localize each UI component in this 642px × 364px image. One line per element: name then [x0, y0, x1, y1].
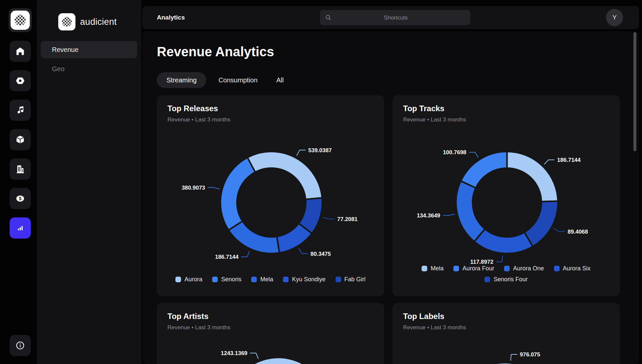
donut-slice[interactable] — [456, 181, 485, 242]
legend-item[interactable]: Aurora One — [504, 265, 544, 272]
legend-label: Aurora — [184, 276, 202, 283]
chart-legend: MelaAurora FourAurora OneAurora SixSenor… — [392, 265, 620, 283]
donut-value-label: 976.075 — [520, 351, 540, 358]
legend-label: Mela — [260, 276, 273, 283]
legend-item[interactable]: Aurora Six — [554, 265, 591, 272]
chart-card-top-labels: Top LabelsRevenue • Last 3 months976.075 — [392, 303, 620, 364]
tab-all[interactable]: All — [276, 76, 284, 84]
donut-slice[interactable] — [248, 152, 322, 199]
legend-item[interactable]: Senoris — [212, 276, 241, 283]
building-icon — [15, 164, 25, 174]
brand: audicient — [58, 13, 117, 30]
legend-item[interactable]: Senoris Four — [484, 276, 527, 283]
search-box — [320, 10, 470, 25]
legend-label: Aurora Six — [563, 265, 591, 272]
legend-item[interactable]: Aurora Four — [453, 265, 494, 272]
tabs: Streaming Consumption All — [157, 72, 284, 88]
audicient-logo-icon — [11, 11, 30, 30]
svg-text:$: $ — [19, 196, 22, 201]
legend-label: Kyu Sondiye — [292, 276, 325, 283]
donut-slice[interactable] — [507, 152, 558, 202]
sidebar-item-revenue[interactable]: Revenue — [41, 41, 137, 58]
donut-chart: 976.075 — [392, 303, 620, 364]
legend-item[interactable]: Mela — [251, 276, 273, 283]
label-callout-line — [496, 255, 503, 262]
donut-value-label: 186.7144 — [215, 254, 239, 260]
label-callout-line — [443, 214, 455, 215]
donut-value-label: 186.7144 — [557, 157, 581, 163]
label-callout-line — [554, 228, 565, 231]
sidebar-item-geo[interactable]: Geo — [52, 64, 65, 73]
legend-item[interactable]: Mela — [422, 265, 443, 272]
legend-item[interactable]: Fab Girl — [336, 276, 366, 283]
brand-name: audicient — [80, 17, 117, 27]
sidebar-item-label: Geo — [52, 65, 65, 73]
legend-item[interactable]: Aurora — [175, 276, 202, 283]
donut-value-label: 539.0387 — [308, 147, 332, 154]
legend-swatch-icon — [283, 277, 289, 282]
donut-slice[interactable] — [227, 357, 329, 364]
info-icon — [15, 341, 25, 350]
app-logo-button[interactable] — [9, 8, 32, 32]
label-callout-line — [241, 251, 250, 257]
legend-label: Senoris Four — [493, 276, 527, 283]
legend-row: Senoris Four — [392, 276, 620, 283]
icon-rail: $ — [0, 0, 37, 364]
legend-item[interactable]: Kyu Sondiye — [283, 276, 325, 283]
rail-home-button[interactable] — [10, 41, 31, 62]
rail-info-button[interactable] — [10, 335, 31, 356]
donut-value-label: 117.8972 — [470, 259, 493, 265]
avatar[interactable]: Y — [606, 9, 623, 26]
rail-music-button[interactable] — [10, 100, 31, 121]
legend-swatch-icon — [336, 277, 341, 282]
dollar-coin-icon: $ — [15, 194, 25, 204]
tab-streaming[interactable]: Streaming — [157, 72, 206, 88]
donut-value-label: 89.4068 — [568, 229, 588, 235]
legend-swatch-icon — [175, 277, 181, 282]
legend-row: MelaAurora FourAurora OneAurora Six — [392, 265, 620, 272]
avatar-initial: Y — [613, 14, 617, 21]
rail-catalog-button[interactable] — [10, 129, 31, 150]
label-callout-line — [544, 160, 554, 164]
donut-value-label: 100.7698 — [443, 149, 466, 156]
rail-modules-button[interactable] — [10, 70, 31, 91]
rail-organization-button[interactable] — [10, 159, 31, 180]
hexagon-nut-icon — [15, 76, 25, 86]
label-callout-line — [208, 188, 220, 189]
label-callout-line — [297, 150, 306, 156]
donut-slice[interactable] — [474, 229, 533, 253]
donut-chart: 539.038777.208180.3475186.7144380.9073 — [157, 95, 384, 296]
label-callout-line — [250, 353, 258, 359]
home-icon — [15, 46, 25, 56]
legend-label: Aurora Four — [462, 265, 494, 272]
chart-legend: AuroraSenorisMelaKyu SondiyeFab Girl — [157, 276, 384, 283]
legend-label: Aurora One — [513, 265, 544, 272]
rail-finance-button[interactable]: $ — [10, 188, 31, 209]
legend-swatch-icon — [212, 277, 218, 282]
donut-value-label: 77.2081 — [337, 216, 357, 222]
page-title: Revenue Analytics — [157, 44, 274, 59]
sidebar-item-label: Revenue — [52, 46, 78, 54]
legend-row: AuroraSenorisMelaKyu SondiyeFab Girl — [157, 276, 384, 283]
label-callout-line — [469, 152, 478, 158]
legend-swatch-icon — [484, 277, 490, 282]
donut-value-label: 380.9073 — [182, 185, 205, 191]
scrollbar-thumb[interactable] — [633, 32, 636, 151]
chart-card-top-releases: Top ReleasesRevenue • Last 3 months539.0… — [157, 95, 384, 296]
donut-slice[interactable] — [220, 158, 255, 230]
search-input[interactable] — [320, 10, 472, 26]
package-icon — [15, 135, 25, 145]
legend-swatch-icon — [453, 266, 459, 271]
legend-swatch-icon — [504, 266, 510, 271]
chart-card-top-tracks: Top TracksRevenue • Last 3 months186.714… — [392, 95, 620, 296]
legend-swatch-icon — [251, 277, 257, 282]
legend-label: Fab Girl — [344, 276, 366, 283]
donut-value-label: 1243.1369 — [221, 350, 247, 356]
donut-slice[interactable] — [454, 363, 556, 364]
topbar-title: Analytics — [157, 6, 185, 29]
tab-consumption[interactable]: Consumption — [218, 76, 257, 84]
donut-slice[interactable] — [461, 152, 507, 188]
donut-chart: 1243.1369 — [157, 303, 384, 364]
sidebar: audicient Revenue Geo — [37, 0, 141, 364]
rail-analytics-button[interactable] — [10, 217, 31, 239]
